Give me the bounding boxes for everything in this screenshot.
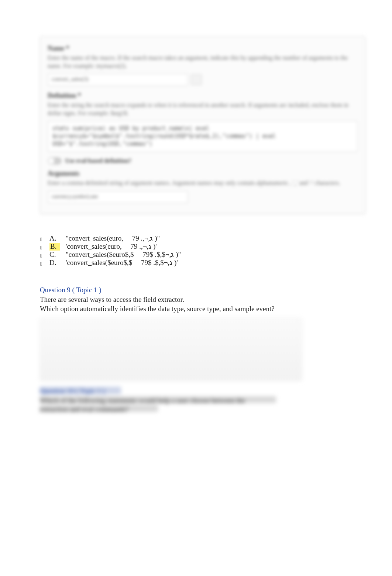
question-title: Question 10 ( Topic 1 ) <box>40 387 121 394</box>
option-text: "convert_sales($euro$,$ 79$ .$,$¬,ג )" <box>66 251 181 259</box>
definition-hint: Enter the string the search macro expand… <box>48 101 358 117</box>
question-body-line: Which option automatically identifies th… <box>40 304 343 313</box>
name-input[interactable]: convert_sales(3) <box>48 73 188 86</box>
eval-toggle-switch[interactable] <box>48 157 62 165</box>
option-text: 'convert_sales(euro, 79 .,¬,ג )' <box>66 243 157 251</box>
eval-toggle-label: Use eval-based definition? <box>65 158 131 164</box>
name-label: Name * <box>48 45 358 52</box>
name-field-row: convert_sales(3) <box>48 73 358 86</box>
answer-options: ▯ A. "convert_sales(euro, 79 .,¬,ג )" ▯ … <box>40 235 298 267</box>
question-body-line: There are several ways to access the fie… <box>40 295 343 304</box>
option-letter: A. <box>49 235 60 242</box>
option-text: 'convert_sales($euro$,$ 79$ .$,$¬,ג )' <box>66 259 178 267</box>
lower-blurred-region: Question 10 ( Topic 1 ) Which of the fol… <box>37 318 369 554</box>
option-letter: D. <box>49 259 60 267</box>
bullet-icon: ▯ <box>40 261 44 266</box>
arguments-field-row: currency,symbol,rate <box>48 191 358 203</box>
name-hint: Enter the name of the macro. If the sear… <box>48 54 358 70</box>
question-body-line: Which of the following statements would … <box>40 396 276 403</box>
bullet-icon: ▯ <box>40 237 44 242</box>
blurred-screenshot-placeholder <box>40 318 302 381</box>
arguments-label: Arguments <box>48 170 358 177</box>
question-body-line: extraction and eval commands? <box>40 405 158 412</box>
option-text: "convert_sales(euro, 79 .,¬,ג )" <box>66 235 160 242</box>
option-b-row: ▯ B. 'convert_sales(euro, 79 .,¬,ג )' <box>40 243 298 251</box>
definition-textarea[interactable]: stats sum(price) as USD by product_name\… <box>48 121 358 152</box>
definition-label: Definition * <box>48 92 358 100</box>
option-c-row: ▯ C. "convert_sales($euro$,$ 79$ .$,$¬,ג… <box>40 251 298 259</box>
option-d-row: ▯ D. 'convert_sales($euro$,$ 79$ .$,$¬,ג… <box>40 259 298 267</box>
option-letter-highlighted: B. <box>49 243 60 251</box>
bullet-icon: ▯ <box>40 253 44 258</box>
question-10-blurred: Question 10 ( Topic 1 ) Which of the fol… <box>40 387 335 412</box>
macro-panel-blurred: Name * Enter the name of the macro. If t… <box>40 36 365 214</box>
option-a-row: ▯ A. "convert_sales(euro, 79 .,¬,ג )" <box>40 235 298 242</box>
eval-toggle-row: Use eval-based definition? <box>48 157 358 165</box>
question-9: Question 9 ( Topic 1 ) There are several… <box>40 286 343 313</box>
arguments-input[interactable]: currency,symbol,rate <box>48 191 188 203</box>
question-title: Question 9 ( Topic 1 ) <box>40 286 343 294</box>
option-letter: C. <box>49 251 60 259</box>
bullet-icon: ▯ <box>40 245 44 250</box>
page: Name * Enter the name of the macro. If t… <box>0 0 392 576</box>
name-aux-button[interactable] <box>191 74 202 85</box>
arguments-hint: Enter a comma-delimited string of argume… <box>48 179 358 187</box>
